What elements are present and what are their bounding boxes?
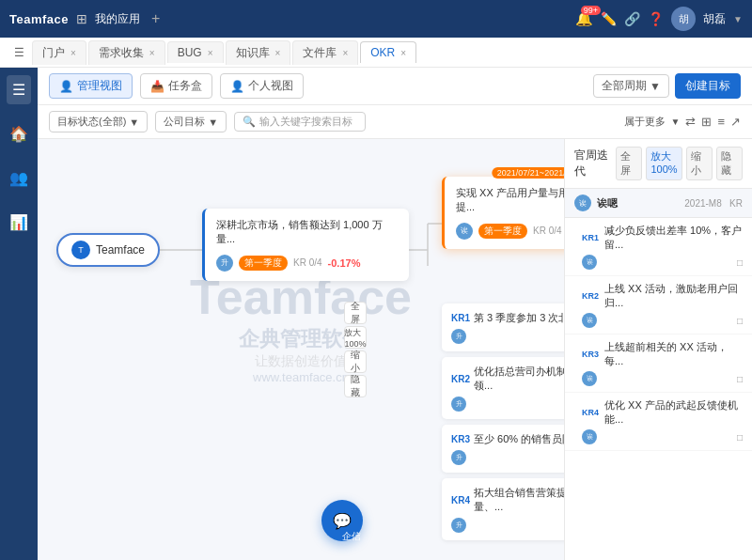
tab-portal-label: 门户: [42, 45, 65, 61]
date-tag: 2021/07/21~2021/07/21: [492, 167, 564, 179]
tab-knowledge[interactable]: 知识库 ×: [226, 40, 291, 65]
company-chevron-icon: ▼: [208, 117, 218, 128]
tab-requirements-label: 需求收集: [99, 45, 144, 61]
zoom-out-btn[interactable]: 缩小: [344, 350, 367, 373]
zoom-hide-btn[interactable]: 隐藏: [344, 375, 367, 397]
link-icon[interactable]: 🔗: [624, 11, 640, 26]
tab-requirements[interactable]: 需求收集 ×: [88, 40, 165, 65]
sidebar-team-icon[interactable]: 👥: [4, 163, 34, 193]
tab-files[interactable]: 文件库 ×: [292, 40, 358, 65]
right-kr1-item[interactable]: KR1 减少负反馈出差率 10%，客户留... 诶 □: [565, 218, 752, 276]
tab-okr[interactable]: OKR ×: [360, 41, 416, 63]
right-kr2-meta: □: [737, 316, 743, 326]
root-node[interactable]: T Teamface: [56, 233, 160, 267]
right-kr4-avatar: 诶: [582, 429, 597, 444]
right-header-title: 诶嗯: [597, 196, 618, 210]
edit-icon[interactable]: ✏️: [601, 11, 617, 26]
inbox-btn[interactable]: 📥 任务盒: [140, 73, 212, 99]
tab-requirements-close[interactable]: ×: [149, 48, 155, 58]
left-sidebar: ☰ 🏠 👥 📊: [0, 68, 38, 560]
kr1-card[interactable]: KR1 第 3 季度参加 3 次北京行业活动... 0% 升 □ 0/2: [442, 303, 564, 351]
filter-share-icon[interactable]: ↗: [730, 115, 741, 129]
inbox-label: 任务盒: [168, 78, 202, 94]
notification-bell[interactable]: 🔔 99+: [575, 10, 593, 27]
avatar[interactable]: 胡: [671, 7, 696, 31]
user-chevron-icon[interactable]: ▼: [733, 14, 743, 24]
right-kr4-title: 优化 XX 产品的武起反馈使机能...: [604, 398, 743, 427]
tab-bug[interactable]: BUG ×: [167, 41, 224, 63]
tool-fullscreen[interactable]: 全屏: [616, 147, 642, 180]
top-objective-card[interactable]: 2021/07/21~2021/07/21 实现 XX 产品用户量与用户活跃度的…: [442, 177, 564, 249]
tab-okr-close[interactable]: ×: [400, 48, 406, 58]
tab-portal-close[interactable]: ×: [70, 48, 76, 58]
right-kr4-label: KR4: [582, 408, 599, 417]
tab-files-close[interactable]: ×: [342, 48, 348, 58]
okr-right-header: 诶 诶嗯 2021-M8 KR: [565, 189, 752, 218]
mgmt-view-btn[interactable]: 👤 管理视图: [49, 73, 133, 99]
right-kr2-label: KR2: [582, 291, 599, 301]
scope-label: 全部周期: [602, 78, 647, 94]
zoom-fullscreen-btn[interactable]: 全屏: [344, 302, 367, 324]
filter-list-icon[interactable]: ≡: [717, 115, 725, 129]
search-box[interactable]: 🔍 输入关键字搜索目标: [234, 112, 366, 132]
tool-hide[interactable]: 隐藏: [716, 147, 743, 180]
personal-label: 个人视图: [248, 78, 293, 94]
bottom-kr-list: KR1 第 3 季度参加 3 次北京行业活动... 0% 升 □ 0/2 KR2…: [442, 303, 564, 540]
my-apps-label: 我的应用: [95, 11, 140, 27]
tab-portal[interactable]: 门户 ×: [32, 40, 86, 65]
help-icon[interactable]: ❓: [648, 11, 664, 26]
tool-zoom[interactable]: 放大100%: [646, 147, 682, 180]
kr4-card[interactable]: KR4 拓大组合销售营策提的推广力量、... 0% 升 □ 0/...: [442, 478, 564, 540]
main-layout: ☰ 🏠 👥 📊 👤 管理视图 📥 任务盒 👤 个人视图 全部周期: [0, 68, 752, 560]
filter-right: 属于更多 ▼ ⇄ ⊞ ≡ ↗: [624, 115, 742, 129]
search-icon: 🔍: [243, 116, 256, 128]
sidebar-home-icon[interactable]: 🏠: [4, 119, 34, 148]
personal-icon: 👤: [230, 80, 244, 93]
tab-bug-close[interactable]: ×: [208, 48, 213, 58]
username-label[interactable]: 胡磊: [703, 11, 726, 27]
right-kr4-item[interactable]: KR4 优化 XX 产品的武起反馈使机能... 诶 □: [565, 393, 752, 451]
sidebar-menu-icon[interactable]: ☰: [7, 75, 31, 104]
chat-fab-button[interactable]: 💬: [321, 500, 363, 541]
filter-table-icon[interactable]: ⊞: [701, 115, 712, 129]
right-kr3-item[interactable]: KR3 上线超前相关的 XX 活动，每... 诶 □: [565, 334, 752, 393]
main-objective-card[interactable]: 深耕北京市场，销售额达到 1,000 万量... 升 第一季度 KR 0/4 -…: [202, 209, 409, 281]
filter-arrow-icon[interactable]: ⇄: [685, 115, 696, 129]
main-obj-avatar: 升: [216, 255, 233, 272]
toolbar-right: 全部周期 ▼ 创建目标: [593, 73, 741, 99]
right-kr2-avatar: 诶: [582, 313, 597, 328]
create-objective-label: 创建目标: [685, 78, 730, 94]
main-obj-percent: -0.17%: [328, 257, 361, 269]
okr-mindmap[interactable]: Teamface 企典管理软件 让数据创造价值 www.teamface.cn: [38, 139, 564, 560]
watermark-slogan: 让数据创造价值: [190, 353, 412, 370]
apps-grid-icon[interactable]: ⊞: [76, 11, 87, 26]
right-panel: 官周迭代 全屏 放大100% 缩小 隐藏 诶 诶嗯: [564, 139, 752, 560]
personal-view-btn[interactable]: 👤 个人视图: [220, 73, 304, 99]
sort-chevron-icon[interactable]: ▼: [671, 117, 681, 127]
add-tab-button[interactable]: +: [151, 10, 160, 27]
kr2-card[interactable]: KR2 优化括总营司办机制，及时精辟领... 0% 升 □ 0/5: [442, 357, 564, 419]
tool-zoomout[interactable]: 缩小: [686, 147, 713, 180]
right-kr2-item[interactable]: KR2 上线 XX 活动，激励老用户回归... 诶 □: [565, 276, 752, 334]
scope-dropdown[interactable]: 全部周期 ▼: [593, 74, 669, 98]
watermark-url: www.teamface.cn: [190, 370, 412, 384]
right-panel-header: 官周迭代 全屏 放大100% 缩小 隐藏: [565, 139, 752, 189]
status-filter-btn[interactable]: 目标状态(全部) ▼: [49, 111, 148, 132]
right-kr3-meta: □: [737, 374, 743, 384]
status-filter-label: 目标状态(全部): [57, 115, 126, 129]
okr-canvas: Teamface 企典管理软件 让数据创造价值 www.teamface.cn: [38, 139, 752, 560]
company-filter-label: 公司目标: [164, 115, 205, 129]
tab-files-label: 文件库: [303, 45, 337, 61]
sidebar-toggle-btn[interactable]: ☰: [8, 41, 30, 64]
root-node-label: Teamface: [96, 243, 145, 257]
company-filter-btn[interactable]: 公司目标 ▼: [155, 111, 227, 132]
tab-knowledge-close[interactable]: ×: [275, 48, 281, 58]
content-area: 👤 管理视图 📥 任务盒 👤 个人视图 全部周期 ▼ 创建目标: [38, 68, 752, 560]
status-chevron-icon: ▼: [129, 117, 139, 128]
create-objective-btn[interactable]: 创建目标: [675, 73, 741, 99]
right-kr2-title: 上线 XX 活动，激励老用户回归...: [604, 282, 743, 310]
sidebar-chart-icon[interactable]: 📊: [4, 208, 34, 237]
kr3-card[interactable]: KR3 至少 60% 的销售员队完成职粒 0% 升 □ 0/0: [442, 425, 564, 473]
zoom-in-btn[interactable]: 放大100%: [344, 326, 367, 349]
search-placeholder: 输入关键字搜索目标: [259, 115, 352, 129]
